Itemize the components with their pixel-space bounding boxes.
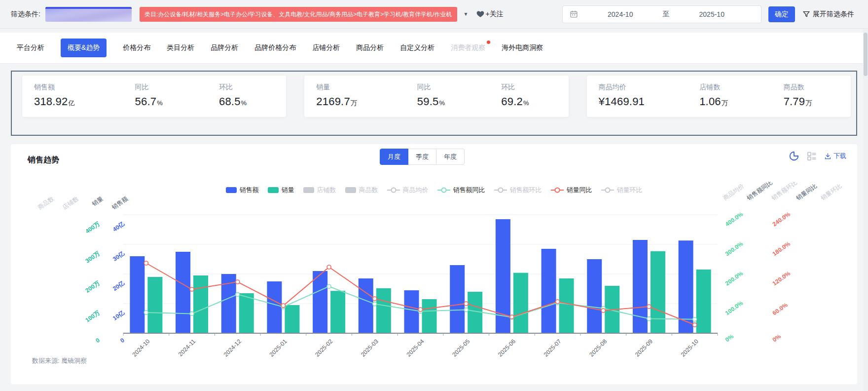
- notification-dot: [487, 40, 490, 44]
- kpi-card-2: 销量2169.7万同比59.5%环比69.2%: [304, 76, 568, 117]
- kpi-unit: %: [157, 99, 163, 107]
- kpi-metric: 同比56.7%: [135, 83, 219, 117]
- kpi-metric: 销售额318.92亿: [34, 83, 135, 117]
- period-toggle: 月度季度年度: [380, 149, 465, 165]
- analysis-tabbar: 平台分析概要&趋势价格分布类目分析品牌分析品牌价格分布店铺分析商品分析自定义分析…: [0, 33, 868, 64]
- tab-4[interactable]: 类目分析: [167, 43, 194, 52]
- marker-销量同比: [601, 309, 605, 313]
- pie-chart-icon: [789, 151, 799, 161]
- axis-tick-label: 120.0%: [771, 270, 792, 287]
- marker-销量同比: [190, 287, 194, 291]
- axis-name-right: 销量环比: [819, 182, 843, 202]
- date-end-field[interactable]: 2025-10: [670, 10, 755, 18]
- kpi-label: 商品均价: [599, 83, 700, 92]
- kpi-label: 销量: [316, 83, 417, 92]
- tab-7[interactable]: 店铺分析: [312, 43, 340, 52]
- kpi-unit: 万: [351, 99, 357, 107]
- axis-name-right: 销量同比: [795, 182, 818, 202]
- tab-label: 海外电商洞察: [502, 43, 543, 51]
- tab-1[interactable]: 平台分析: [17, 43, 44, 52]
- data-source-note: 数据来源: 魔镜洞察: [32, 356, 87, 365]
- bar-销售额: [176, 252, 190, 333]
- axis-name-right: 商品均价: [722, 182, 745, 201]
- period-button-active[interactable]: 月度: [380, 149, 408, 165]
- date-range-picker[interactable]: 2024-10 至 2025-10: [562, 5, 761, 23]
- x-axis-label: 2025-07: [542, 338, 563, 358]
- tab-3[interactable]: 价格分布: [123, 43, 150, 52]
- kpi-unit: %: [439, 99, 445, 107]
- tab-label: 类目分析: [167, 43, 194, 51]
- kpi-label: 店铺数: [699, 83, 783, 92]
- kpi-metric: 商品均价¥1469.91: [599, 83, 700, 117]
- bar-销量: [513, 273, 528, 333]
- axis-tick-label: 240.0%: [771, 210, 792, 228]
- expand-filters-button[interactable]: 展开筛选条件: [802, 10, 854, 19]
- date-start-field[interactable]: 2024-10: [578, 10, 663, 18]
- scrollbar-thumb[interactable]: [864, 33, 868, 76]
- tab-11[interactable]: 海外电商洞察: [502, 43, 543, 52]
- confirm-button[interactable]: 确定: [768, 6, 795, 22]
- calendar-icon: [570, 10, 578, 18]
- chevron-down-icon[interactable]: ▼: [464, 11, 469, 17]
- axis-tick-label: 40亿: [111, 220, 126, 233]
- x-axis-label: 2024-11: [177, 338, 197, 358]
- tab-8[interactable]: 商品分析: [356, 43, 384, 52]
- kpi-value: 2169.7万: [316, 95, 417, 108]
- tab-9[interactable]: 自定义分析: [400, 43, 434, 52]
- blur-topline: [45, 7, 132, 9]
- sales-trend-card: 销售趋势 月度季度年度: [11, 144, 857, 384]
- marker-销售额同比: [236, 292, 240, 296]
- date-separator: 至: [663, 10, 670, 19]
- marker-销售额同比: [647, 317, 651, 321]
- axis-name-left: 店铺数: [61, 195, 80, 211]
- period-button-inactive[interactable]: 年度: [436, 149, 465, 165]
- axis-tick-label: 200.0%: [724, 270, 745, 287]
- chart-tools: 下载: [789, 151, 846, 161]
- list-layout-icon: [806, 151, 817, 161]
- kpi-unit: %: [523, 99, 529, 107]
- marker-销量同比: [556, 300, 560, 304]
- kpi-unit: 万: [722, 99, 728, 107]
- bar-销量: [651, 251, 665, 333]
- tab-label: 品牌分析: [211, 43, 238, 51]
- scrollbar-track[interactable]: [863, 29, 868, 391]
- pie-chart-view-button[interactable]: [789, 151, 799, 161]
- kpi-unit: 亿: [69, 99, 75, 107]
- keyword-input-blurred[interactable]: [45, 7, 132, 22]
- axis-tick-label: 400.0%: [724, 210, 745, 228]
- marker-销量同比: [281, 304, 285, 308]
- kpi-metric: 同比59.5%: [417, 83, 501, 117]
- marker-销售额同比: [190, 312, 194, 315]
- bar-销量: [559, 278, 574, 333]
- bar-销量: [285, 305, 299, 333]
- tab-label: 品牌价格分布: [254, 43, 296, 51]
- axis-tick-label: 180.0%: [771, 240, 792, 257]
- tab-5[interactable]: 品牌分析: [211, 43, 238, 52]
- tab-label: 商品分析: [356, 43, 384, 51]
- heart-icon: [476, 10, 484, 18]
- kpi-value: 318.92亿: [34, 95, 135, 108]
- marker-销量同比: [647, 305, 651, 309]
- bar-销售额: [359, 278, 373, 333]
- kpi-label: 环比: [501, 83, 568, 92]
- period-button-inactive[interactable]: 季度: [408, 149, 436, 165]
- bar-销量: [193, 275, 208, 333]
- follow-button[interactable]: +关注: [476, 10, 504, 19]
- marker-销售额同比: [693, 317, 697, 321]
- download-icon: [824, 153, 832, 160]
- axis-name-left: 销量: [90, 195, 105, 208]
- tab-6[interactable]: 品牌价格分布: [254, 43, 296, 52]
- kpi-value: 1.06万: [699, 95, 783, 108]
- category-filter-tag[interactable]: 类目:办公设备/耗材/相关服务>电子办公/学习设备、文具电教/文化用品/商务用品…: [140, 7, 457, 22]
- tab-2[interactable]: 概要&趋势: [61, 39, 107, 57]
- download-button[interactable]: 下载: [824, 152, 846, 160]
- axis-tick-label: 0: [94, 337, 101, 344]
- axis-tick-label: 60.0%: [771, 301, 789, 316]
- table-view-button[interactable]: [806, 151, 817, 161]
- marker-销售额同比: [373, 302, 377, 306]
- sales-trend-chart: 商品数店铺数销量销售额商品均价销售额同比销售额环比销量同比销量环比0100万20…: [11, 182, 857, 379]
- dashboard-page: 筛选条件: 类目:办公设备/耗材/相关服务>电子办公/学习设备、文具电教/文化用…: [0, 0, 868, 391]
- axis-name-left: 销售额: [110, 195, 129, 211]
- marker-销量同比: [327, 265, 331, 269]
- x-axis-label: 2024-12: [222, 338, 243, 358]
